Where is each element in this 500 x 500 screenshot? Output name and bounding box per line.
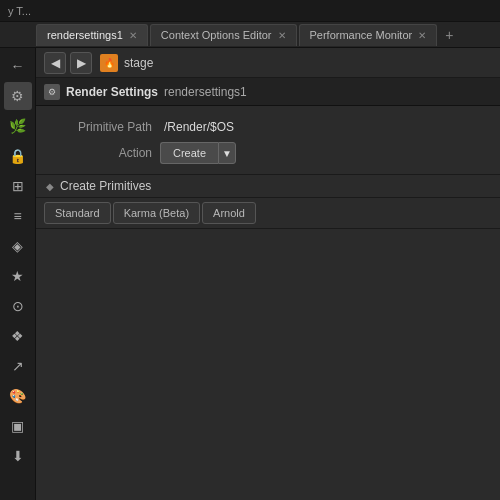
sidebar-icon-cube[interactable]: ▣ <box>4 412 32 440</box>
sidebar-icon-link[interactable]: ↗ <box>4 352 32 380</box>
render-settings-icon: ⚙ <box>44 84 60 100</box>
expand-icon[interactable]: ◆ <box>46 181 54 192</box>
back-button[interactable]: ◀ <box>44 52 66 74</box>
nav-bar: ◀ ▶ 🔥 stage <box>36 48 500 78</box>
create-primitives-section: ◆ Create Primitives <box>36 175 500 198</box>
tab-rendersettings1[interactable]: rendersettings1 ✕ <box>36 24 148 46</box>
sidebar-icon-lock[interactable]: 🔒 <box>4 142 32 170</box>
content-area: ◀ ▶ 🔥 stage ⚙ Render Settings rendersett… <box>36 48 500 500</box>
create-button[interactable]: Create <box>160 142 218 164</box>
top-bar: y T... <box>0 0 500 22</box>
action-label: Action <box>52 146 152 160</box>
create-dropdown-button[interactable]: ▼ <box>218 142 236 164</box>
tab-arnold[interactable]: Arnold <box>202 202 256 224</box>
sidebar-icon-paint[interactable]: 🎨 <box>4 382 32 410</box>
sidebar-icon-camera[interactable]: ⊙ <box>4 292 32 320</box>
tab-standard[interactable]: Standard <box>44 202 111 224</box>
create-btn-group: Create ▼ <box>160 142 236 164</box>
tab-karma-label: Karma (Beta) <box>124 207 189 219</box>
primitive-path-label: Primitive Path <box>52 120 152 134</box>
tab-bar: rendersettings1 ✕ Context Options Editor… <box>0 22 500 48</box>
form-area: Primitive Path /Render/$OS Action Create… <box>36 106 500 175</box>
forward-button[interactable]: ▶ <box>70 52 92 74</box>
stage-icon: 🔥 <box>100 54 118 72</box>
tab-close-performance[interactable]: ✕ <box>418 30 426 41</box>
sidebar-icon-leaf[interactable]: 🌿 <box>4 112 32 140</box>
tab-standard-label: Standard <box>55 207 100 219</box>
sidebar-icon-blocks[interactable]: ❖ <box>4 322 32 350</box>
create-primitives-label: Create Primitives <box>60 179 151 193</box>
sidebar-icon-back[interactable]: ← <box>4 52 32 80</box>
tab-label-context-options: Context Options Editor <box>161 29 272 41</box>
forward-icon: ▶ <box>77 56 86 70</box>
primitive-path-value: /Render/$OS <box>160 120 484 134</box>
sidebar-icon-settings2[interactable]: ◈ <box>4 232 32 260</box>
stage-label: stage <box>124 56 153 70</box>
sidebar-icon-gear[interactable]: ⚙ <box>4 82 32 110</box>
sidebar-icon-star[interactable]: ★ <box>4 262 32 290</box>
left-sidebar: ← ⚙ 🌿 🔒 ⊞ ≡ ◈ ★ ⊙ ❖ ↗ <box>0 48 36 500</box>
tab-arnold-label: Arnold <box>213 207 245 219</box>
sidebar-icon-layers[interactable]: ≡ <box>4 202 32 230</box>
tab-close-rendersettings1[interactable]: ✕ <box>129 30 137 41</box>
tab-label-performance: Performance Monitor <box>310 29 413 41</box>
tab-context-options-editor[interactable]: Context Options Editor ✕ <box>150 24 297 46</box>
section-name: rendersettings1 <box>164 85 247 99</box>
section-title: Render Settings <box>66 85 158 99</box>
tab-karma-beta[interactable]: Karma (Beta) <box>113 202 200 224</box>
action-row: Action Create ▼ <box>36 140 500 166</box>
sidebar-icon-grid[interactable]: ⊞ <box>4 172 32 200</box>
section-header: ⚙ Render Settings rendersettings1 <box>36 78 500 106</box>
tab-close-context-options[interactable]: ✕ <box>278 30 286 41</box>
sidebar-icon-arrow-down[interactable]: ⬇ <box>4 442 32 470</box>
tab-label-rendersettings1: rendersettings1 <box>47 29 123 41</box>
main-layout: ← ⚙ 🌿 🔒 ⊞ ≡ ◈ ★ ⊙ ❖ ↗ <box>0 48 500 500</box>
tab-performance-monitor[interactable]: Performance Monitor ✕ <box>299 24 438 46</box>
main-content-area <box>36 229 500 500</box>
add-tab-button[interactable]: + <box>439 25 459 45</box>
back-icon: ◀ <box>51 56 60 70</box>
nav-path: 🔥 stage <box>100 54 153 72</box>
app-title: y T... <box>8 5 31 17</box>
content-tabs-bar: Standard Karma (Beta) Arnold <box>36 198 500 229</box>
primitive-path-row: Primitive Path /Render/$OS <box>36 114 500 140</box>
